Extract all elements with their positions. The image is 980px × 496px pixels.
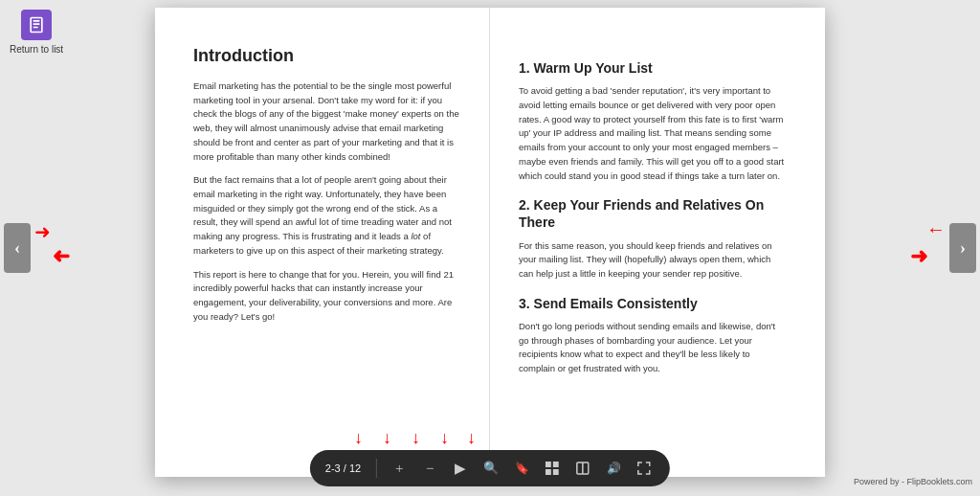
left-page: Introduction Email marketing has the pot… bbox=[155, 8, 490, 477]
grid-button[interactable] bbox=[542, 458, 563, 479]
return-to-list[interactable]: Return to list bbox=[10, 10, 63, 55]
right-arrow-indicator: ← bbox=[926, 220, 946, 242]
intro-paragraph-2: But the fact remains that a lot of peopl… bbox=[193, 173, 460, 258]
book-icon bbox=[21, 10, 52, 40]
svg-rect-0 bbox=[546, 462, 551, 467]
right-chevron-icon: › bbox=[960, 238, 966, 259]
page-indicator: 2-3 / 12 bbox=[325, 462, 361, 474]
toolbar-arrow-4: ↓ bbox=[440, 428, 449, 448]
section-2-text: For this same reason, you should keep fr… bbox=[519, 239, 787, 282]
toolbar-arrow-3: ↓ bbox=[412, 428, 420, 448]
toolbar-arrow-1: ↓ bbox=[354, 428, 363, 448]
nav-left-arrow: ➜ bbox=[53, 244, 70, 269]
bottom-toolbar: 2-3 / 12 + − ▶ 🔍 🔖 🔊 bbox=[310, 450, 670, 486]
toolbar-arrow-5: ↓ bbox=[467, 428, 476, 448]
return-label: Return to list bbox=[10, 44, 63, 55]
section-1-text: To avoid getting a bad 'sender reputatio… bbox=[519, 84, 787, 183]
section-3-heading: 3. Send Emails Consistently bbox=[519, 295, 787, 312]
introduction-title: Introduction bbox=[193, 46, 460, 66]
volume-button[interactable]: 🔊 bbox=[603, 458, 624, 479]
prev-page-button[interactable]: ‹ bbox=[4, 223, 31, 273]
powered-by: Powered by - FlipBooklets.com bbox=[854, 477, 972, 486]
section-1-heading: 1. Warm Up Your List bbox=[519, 59, 787, 77]
right-page: 1. Warm Up Your List To avoid getting a … bbox=[490, 8, 825, 477]
fullscreen-button[interactable] bbox=[634, 458, 655, 479]
toolbar-divider-1 bbox=[376, 459, 377, 478]
layout-button[interactable] bbox=[572, 458, 593, 479]
left-arrow-indicator: ➜ bbox=[34, 220, 51, 243]
book-container: Introduction Email marketing has the pot… bbox=[155, 8, 825, 477]
toolbar-arrow-2: ↓ bbox=[383, 428, 391, 448]
left-chevron-icon: ‹ bbox=[14, 238, 20, 259]
svg-rect-1 bbox=[553, 462, 559, 467]
nav-right-arrow: ➜ bbox=[910, 244, 927, 269]
section-2-heading: 2. Keep Your Friends and Relatives On Th… bbox=[519, 196, 787, 231]
zoom-out-button[interactable]: − bbox=[419, 458, 440, 479]
zoom-in-button[interactable]: + bbox=[389, 458, 410, 479]
svg-rect-2 bbox=[546, 469, 551, 475]
next-page-button[interactable]: › bbox=[949, 223, 976, 273]
intro-paragraph-1: Email marketing has the potential to be … bbox=[193, 79, 460, 164]
svg-rect-3 bbox=[553, 469, 559, 475]
intro-paragraph-3: This report is here to change that for y… bbox=[193, 268, 460, 325]
search-button[interactable]: 🔍 bbox=[480, 458, 501, 479]
bookmark-button[interactable]: 🔖 bbox=[511, 458, 532, 479]
play-button[interactable]: ▶ bbox=[450, 458, 471, 479]
section-3-text: Don't go long periods without sending em… bbox=[519, 320, 787, 376]
